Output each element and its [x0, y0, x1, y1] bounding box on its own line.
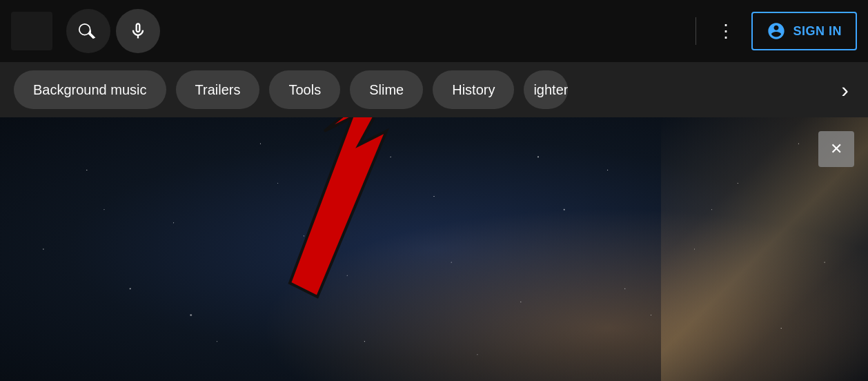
chip-background-music[interactable]: Background music [14, 70, 166, 109]
chip-label: Tools [288, 82, 321, 98]
chips-bar: Background music Trailers Tools Slime Hi… [0, 62, 868, 117]
main-content: ✕ [0, 117, 868, 381]
chip-label: Trailers [195, 82, 241, 98]
chip-trailers[interactable]: Trailers [176, 70, 260, 109]
chip-label: Background music [33, 82, 147, 98]
chip-label: ighter [533, 82, 568, 98]
mic-icon [128, 21, 148, 41]
chip-lighter[interactable]: ighter [524, 70, 568, 109]
search-button[interactable] [66, 9, 110, 53]
account-icon [767, 21, 786, 41]
chip-label: History [452, 82, 495, 98]
chips-next-button[interactable]: › [836, 72, 854, 108]
signin-label: SIGN IN [793, 24, 842, 39]
svg-marker-0 [290, 117, 400, 297]
annotation-arrow [207, 117, 414, 304]
search-icon [79, 21, 98, 41]
chevron-right-icon: › [841, 77, 849, 103]
topbar: ⋮ SIGN IN [0, 0, 868, 62]
signin-button[interactable]: SIGN IN [751, 12, 857, 50]
chip-history[interactable]: History [433, 70, 514, 109]
chip-tools[interactable]: Tools [269, 70, 340, 109]
chip-label: Slime [369, 82, 404, 98]
topbar-divider [696, 17, 696, 45]
chip-slime[interactable]: Slime [350, 70, 423, 109]
voice-search-button[interactable] [116, 9, 160, 53]
close-icon: ✕ [830, 140, 842, 158]
more-options-button[interactable]: ⋮ [707, 12, 746, 50]
close-button[interactable]: ✕ [818, 131, 854, 167]
logo [11, 12, 52, 50]
more-dots-icon: ⋮ [717, 21, 736, 42]
